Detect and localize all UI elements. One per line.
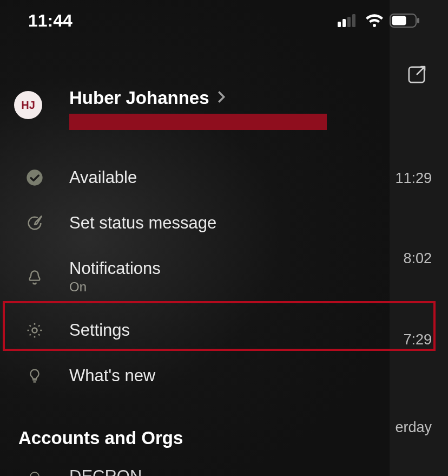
- svg-point-1: [27, 169, 42, 185]
- compose-button[interactable]: [406, 64, 427, 88]
- section-accounts-title: Accounts and Orgs: [0, 404, 390, 458]
- svg-rect-7: [352, 14, 355, 27]
- chat-time: erday: [395, 419, 432, 436]
- menu-item-available[interactable]: Available: [0, 155, 390, 200]
- menu-item-settings[interactable]: Settings: [0, 308, 390, 353]
- org-item[interactable]: DECRON: [0, 458, 390, 476]
- svg-rect-6: [347, 17, 351, 27]
- drawer-menu: Available Set status message: [0, 149, 390, 404]
- wifi-icon: [365, 14, 384, 28]
- chat-time: 11:29: [395, 170, 432, 187]
- svg-rect-10: [417, 18, 419, 23]
- gear-icon: [24, 321, 45, 340]
- menu-label: Set status message: [69, 213, 216, 233]
- profile-name: Huber Johannes: [69, 88, 209, 108]
- menu-label: Notifications: [69, 259, 161, 278]
- edit-status-icon: [24, 214, 45, 232]
- battery-icon: [390, 14, 420, 28]
- svg-rect-9: [392, 16, 406, 25]
- chat-time: 7:29: [403, 331, 432, 348]
- org-name: DECRON: [69, 467, 142, 476]
- menu-item-notifications[interactable]: Notifications On: [0, 246, 390, 308]
- svg-point-3: [30, 472, 39, 476]
- menu-item-set-status[interactable]: Set status message: [0, 200, 390, 246]
- menu-item-whats-new[interactable]: What's new: [0, 353, 390, 399]
- account-drawer: HJ Huber Johannes Available: [0, 0, 390, 476]
- presence-available-icon: [24, 169, 45, 186]
- chat-time: 8:02: [403, 250, 432, 267]
- menu-sublabel: On: [69, 279, 161, 295]
- redacted-email: [69, 114, 327, 130]
- svg-rect-4: [338, 22, 341, 27]
- menu-label: What's new: [69, 366, 155, 386]
- avatar-initials: HJ: [21, 99, 35, 112]
- menu-label: Settings: [69, 321, 130, 340]
- status-bar: 11:44: [0, 0, 448, 41]
- profile-header[interactable]: HJ Huber Johannes: [0, 88, 390, 149]
- chat-list-background: 11:29 8:02 7:29 erday: [383, 0, 448, 476]
- org-bullet-icon: [24, 471, 45, 476]
- signal-icon: [338, 14, 359, 27]
- bell-icon: [24, 268, 45, 286]
- svg-rect-5: [342, 19, 346, 27]
- status-time: 11:44: [28, 11, 73, 31]
- svg-point-2: [32, 328, 37, 332]
- chevron-right-icon: [217, 91, 226, 105]
- menu-label: Available: [69, 168, 137, 187]
- avatar: HJ: [14, 91, 42, 119]
- lightbulb-icon: [24, 366, 45, 386]
